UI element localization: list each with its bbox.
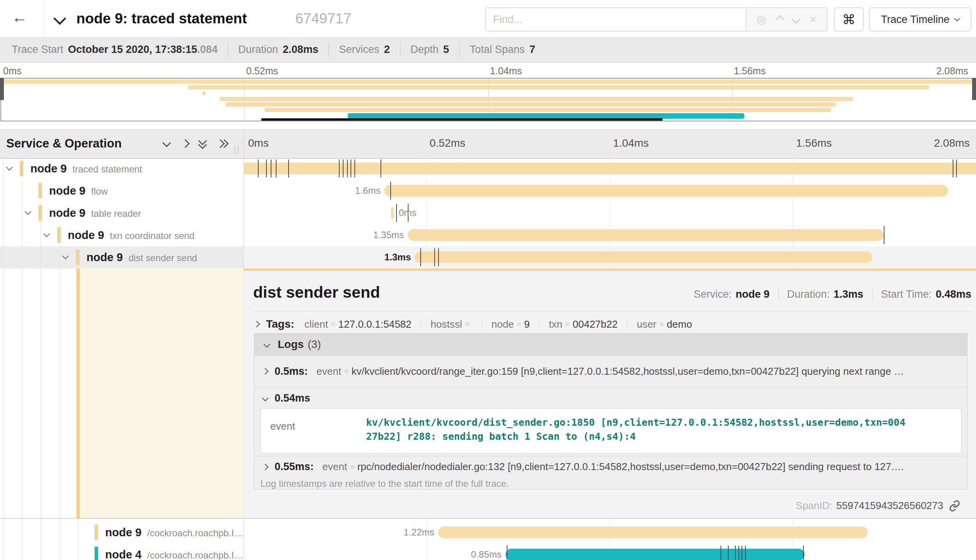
log-tick xyxy=(803,546,804,560)
detail-meta: Service: node 9 Duration: 1.3ms Start Ti… xyxy=(694,288,971,300)
tag-value: demo xyxy=(667,318,692,330)
span-duration-label: 1.6ms xyxy=(326,185,381,196)
services-label: Services xyxy=(339,44,379,56)
span-id-row: SpanID: 5597415943526560273 xyxy=(796,500,960,512)
locate-icon[interactable]: ◎ xyxy=(757,13,766,26)
minimap-left-handle[interactable] xyxy=(0,78,4,100)
gridline xyxy=(426,519,427,560)
trace-summary-bar: Trace Start October 15 2020, 17:38:15 .0… xyxy=(0,37,976,63)
log-tick xyxy=(354,160,355,177)
log-tick xyxy=(271,160,271,177)
minimap-span xyxy=(1,79,974,84)
services-value: 2 xyxy=(384,44,390,56)
log-expander-icon[interactable] xyxy=(262,463,269,470)
prev-match-icon[interactable] xyxy=(775,15,784,24)
clear-search-icon[interactable]: × xyxy=(810,13,817,26)
detail-divider xyxy=(252,311,972,311)
minimap-scrubber[interactable] xyxy=(261,118,662,121)
log-time: 0.54ms xyxy=(275,392,310,404)
link-icon[interactable] xyxy=(949,500,960,512)
log-key: event xyxy=(317,365,342,377)
minimap-axis-tick: 2.08ms xyxy=(936,65,968,77)
meta-separator xyxy=(778,289,779,300)
log-tick xyxy=(738,546,739,560)
log-time: 0.55ms: xyxy=(275,461,314,473)
keyboard-shortcuts-button[interactable]: ⌘ xyxy=(834,7,864,32)
span-bar[interactable] xyxy=(408,229,884,241)
row-collapse-icon[interactable] xyxy=(25,209,32,215)
logs-header[interactable]: Logs (3) xyxy=(254,334,967,356)
duration-value: 2.08ms xyxy=(283,44,319,56)
total-spans-value: 7 xyxy=(529,44,535,56)
timeline-axis-tick: 1.56ms xyxy=(796,137,832,149)
span-color-strip xyxy=(95,525,98,540)
next-match-icon[interactable] xyxy=(792,15,801,24)
span-bar[interactable] xyxy=(384,185,948,197)
timeline-axis-tick: 2.08ms xyxy=(934,137,970,149)
log-tick xyxy=(735,546,736,560)
log-tick xyxy=(396,204,397,222)
log-expander-icon[interactable] xyxy=(262,368,269,375)
span-color-strip xyxy=(39,183,42,198)
log-tick xyxy=(339,160,340,177)
log-detail-table: event kv/kvclient/kvcoord/dist_sender.go… xyxy=(261,408,962,453)
view-selector-button[interactable]: Trace Timeline xyxy=(869,7,971,32)
timeline-minimap[interactable] xyxy=(0,78,976,121)
trace-timeline-page: ← node 9: traced statement 6749717 ◎ × ⌘… xyxy=(0,0,976,560)
summary-separator xyxy=(400,43,400,56)
span-color-strip xyxy=(95,547,98,560)
indent-guide xyxy=(22,180,22,560)
duration-label: Duration xyxy=(238,44,278,56)
command-icon: ⌘ xyxy=(842,12,856,27)
span-id-value: 5597415943526560273 xyxy=(836,500,943,512)
log-key: event xyxy=(270,420,295,432)
log-collapse-icon[interactable] xyxy=(262,395,269,402)
page-title: node 9: traced statement xyxy=(76,11,247,27)
span-color-strip xyxy=(57,227,61,243)
span-bar[interactable] xyxy=(243,163,976,174)
logs-collapse-icon[interactable] xyxy=(264,341,270,348)
tag-separator xyxy=(539,318,539,331)
log-key: event xyxy=(322,461,347,473)
summary-separator xyxy=(328,43,329,56)
back-button[interactable]: ← xyxy=(12,9,27,26)
trace-start-label: Trace Start xyxy=(12,44,63,56)
span-color-strip xyxy=(39,205,42,221)
tag-key: hostssl xyxy=(431,318,462,330)
row-collapse-icon[interactable] xyxy=(44,231,50,237)
span-bar[interactable] xyxy=(391,207,394,219)
tags-row[interactable]: Tags: client=127.0.0.1:54582 hostssl= no… xyxy=(254,316,692,333)
minimap-right-handle[interactable] xyxy=(972,78,976,100)
span-bar-teal[interactable] xyxy=(506,549,805,560)
find-controls: ◎ × xyxy=(745,8,827,31)
minimap-span xyxy=(264,108,831,112)
find-input[interactable] xyxy=(486,8,745,31)
log-entry[interactable]: 0.55ms: event = rpc/nodedialer/nodediale… xyxy=(254,456,967,477)
log-entry[interactable]: 0.5ms: event = kv/kvclient/kvcoord/range… xyxy=(254,356,967,387)
page-header: ← node 9: traced statement 6749717 ◎ × ⌘… xyxy=(0,0,976,38)
log-event-value: kv/kvclient/kvcoord/dist_sender.go:1850 … xyxy=(366,416,908,444)
log-tick xyxy=(347,160,348,177)
log-tick xyxy=(507,546,507,560)
log-value: kv/kvclient/kvcoord/range_iter.go:159 [n… xyxy=(351,365,904,377)
summary-separator xyxy=(228,43,228,56)
minimap-span xyxy=(226,102,836,107)
tag-separator xyxy=(421,318,421,331)
column-resizer[interactable]: || xyxy=(234,144,240,154)
logs-count: (3) xyxy=(308,338,321,351)
log-tick xyxy=(343,160,344,177)
tags-expander-icon[interactable] xyxy=(254,321,260,328)
log-entry-expanded-header[interactable]: 0.54ms xyxy=(254,389,310,407)
span-bar[interactable] xyxy=(438,527,868,538)
start-time-label: Start Time: xyxy=(881,288,932,300)
expand-one-icon[interactable] xyxy=(181,139,190,148)
collapse-trace-chevron-icon[interactable] xyxy=(53,12,66,25)
row-collapse-icon[interactable] xyxy=(6,164,13,171)
span-color-strip xyxy=(76,249,79,265)
collapse-one-icon[interactable] xyxy=(162,139,171,147)
log-tick xyxy=(728,546,729,560)
indent-guide xyxy=(59,224,60,560)
log-divider xyxy=(254,387,967,387)
span-duration-label: 0.85ms xyxy=(447,549,502,560)
span-bar[interactable] xyxy=(415,251,872,263)
